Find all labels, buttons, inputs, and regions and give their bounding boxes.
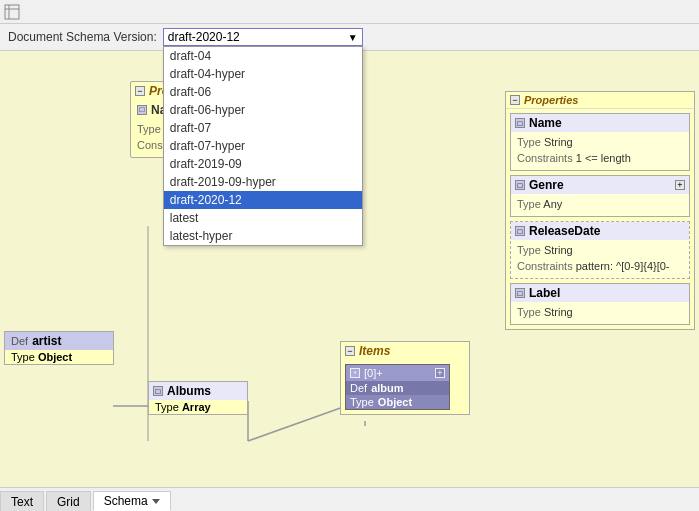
version-item-selected[interactable]: draft-2020-12 [164,191,362,209]
artist-type-value: Object [38,351,72,363]
prop-release-header: □ ReleaseDate [511,222,689,240]
prop-name-icon: □ [515,118,525,128]
items-header: − Items [341,342,469,360]
prop-label-icon: □ [515,288,525,298]
album-def-label: Def [350,382,367,394]
artist-type-label: Type [11,351,35,363]
right-props-expand-icon[interactable]: − [510,95,520,105]
version-item[interactable]: draft-06 [164,83,362,101]
tab-grid[interactable]: Grid [46,491,91,511]
version-item[interactable]: latest-hyper [164,227,362,245]
prop-release-body: Type String Constraints pattern: ^[0-9]{… [511,240,689,278]
svg-rect-0 [5,5,19,19]
genre-type-lbl: Type [517,198,541,210]
artist-type-row: Type Object [5,350,113,364]
prop-name-header: □ Name [511,114,689,132]
albums-name: Albums [167,384,211,398]
prop-genre-item: □ Genre + Type Any [510,175,690,217]
prop-label-header: □ Label [511,284,689,302]
version-item[interactable]: draft-06-hyper [164,101,362,119]
expand-icon[interactable]: − [135,86,145,96]
tab-text[interactable]: Text [0,491,44,511]
version-item[interactable]: draft-07 [164,119,362,137]
prop-genre-icon: □ [515,180,525,190]
star-icon: * [350,368,360,378]
prop-release-icon: □ [515,226,525,236]
album-subnode: * [0]+ + Def album Type Object [345,364,450,410]
prop-genre-label: Genre [529,178,564,192]
version-item[interactable]: draft-2019-09-hyper [164,173,362,191]
version-row: Document Schema Version: draft-2020-12 ▼… [0,24,699,51]
version-item[interactable]: draft-07-hyper [164,137,362,155]
items-node: − Items * [0]+ + Def album Type Object [340,341,470,415]
version-item[interactable]: draft-04 [164,47,362,65]
version-item[interactable]: draft-04-hyper [164,65,362,83]
type-label: Type [137,123,161,135]
bottom-tabs: Text Grid Schema [0,487,699,511]
right-properties-panel: − Properties □ Name Type String Constrai… [505,91,695,330]
albums-icon: □ [153,386,163,396]
version-label: Document Schema Version: [8,30,157,44]
right-props-title: Properties [524,94,578,106]
album-type-value: Object [378,396,412,408]
prop-label-name: Label [529,286,560,300]
albums-header: □ Albums [149,382,247,400]
prop-type-val: String [544,136,573,148]
albums-type-row: Type Array [149,400,247,414]
tab-dropdown-arrow-icon [152,499,160,504]
prop-label-body: Type String [511,302,689,324]
prop-label-item: □ Label Type String [510,283,690,325]
album-index: [0]+ [364,367,383,379]
album-header: * [0]+ + [346,365,449,381]
version-select-wrapper[interactable]: draft-2020-12 ▼ draft-04 draft-04-hyper … [163,28,363,46]
items-expand-icon[interactable]: − [345,346,355,356]
artist-header: Def artist [5,332,113,350]
prop-genre-body: Type Any [511,194,689,216]
prop-type-lbl: Type [517,136,541,148]
label-type-val: String [544,306,573,318]
version-selected-value: draft-2020-12 [168,30,240,44]
prop-release-constraints-row: Constraints pattern: ^[0-9]{4}[0- [517,258,683,274]
dropdown-arrow-icon: ▼ [348,32,358,43]
field-icon: □ [137,105,147,115]
genre-type-val: Any [543,198,562,210]
tab-schema[interactable]: Schema [93,491,171,511]
version-item[interactable]: draft-2019-09 [164,155,362,173]
albums-type-value: Array [182,401,211,413]
version-dropdown[interactable]: draft-04 draft-04-hyper draft-06 draft-0… [163,46,363,246]
right-props-header: − Properties [506,92,694,109]
prop-release-item: □ ReleaseDate Type String Constraints pa… [510,221,690,279]
album-type-row: Type Object [346,395,449,409]
prop-name-label: Name [529,116,562,130]
prop-name-body: Type String Constraints 1 <= length [511,132,689,170]
album-expand-icon[interactable]: + [435,368,445,378]
tab-schema-label: Schema [104,494,148,508]
genre-expand-icon[interactable]: + [675,180,685,190]
toolbar-icon [4,4,20,20]
version-item[interactable]: latest [164,209,362,227]
prop-name-type-row: Type String [517,134,683,150]
toolbar [0,0,699,24]
artist-name: artist [32,334,61,348]
version-select-box[interactable]: draft-2020-12 ▼ [163,28,363,46]
album-type-label: Type [350,396,374,408]
prop-release-label: ReleaseDate [529,224,600,238]
prop-genre-type-row: Type Any [517,196,683,212]
release-constraints-lbl: Constraints [517,260,573,272]
prop-constraints-lbl: Constraints [517,152,573,164]
prop-name-item: □ Name Type String Constraints 1 <= leng… [510,113,690,171]
release-type-val: String [544,244,573,256]
album-def-row: Def album [346,381,449,395]
prop-constraints-val: 1 <= length [576,152,631,164]
prop-genre-header: □ Genre + [511,176,689,194]
def-label: Def [11,335,28,347]
prop-name-constraints-row: Constraints 1 <= length [517,150,683,166]
albums-type-label: Type [155,401,179,413]
artist-node: Def artist Type Object [4,331,114,365]
prop-label-type-row: Type String [517,304,683,320]
album-def-value: album [371,382,403,394]
prop-release-type-row: Type String [517,242,683,258]
label-type-lbl: Type [517,306,541,318]
albums-node: □ Albums Type Array [148,381,248,415]
items-title: Items [359,344,390,358]
